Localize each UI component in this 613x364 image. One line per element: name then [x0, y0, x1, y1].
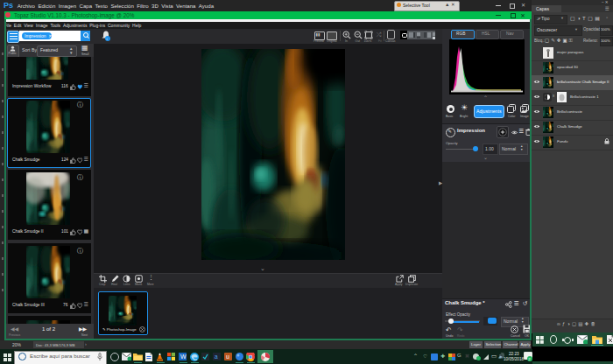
- svg-text:u: u: [226, 354, 229, 360]
- svg-text:W: W: [180, 354, 187, 360]
- svg-text:a: a: [215, 354, 218, 360]
